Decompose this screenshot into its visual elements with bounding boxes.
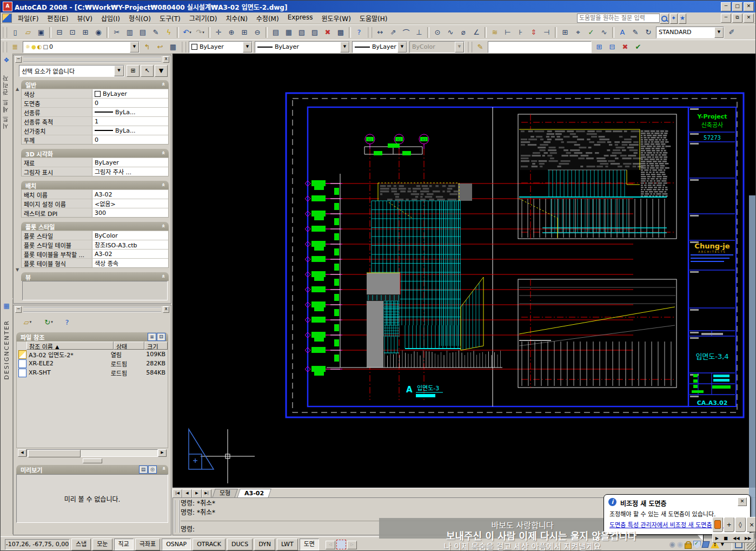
color-select[interactable]: ByLayer▼ (189, 41, 253, 53)
annotation-forward-icon[interactable]: ▷ (347, 541, 357, 549)
menu-item-9[interactable]: Express (283, 12, 317, 24)
palette-close-button[interactable]: x (163, 56, 169, 63)
dim-baseline-button[interactable]: ⊢ (501, 26, 514, 39)
pickadd-toggle-button[interactable]: ⊞ (127, 65, 140, 77)
notification-close-icon[interactable]: ✕ (738, 497, 747, 506)
zoom-previous-button[interactable]: ⊖ (251, 26, 264, 39)
chevron-down-icon[interactable]: ▼ (340, 42, 349, 53)
attach-button[interactable]: ▱▾ (18, 315, 37, 329)
chevron-down-icon[interactable]: ▼ (130, 42, 139, 53)
close-reference-button[interactable]: ✖ (619, 41, 632, 54)
new-button[interactable]: ▯ (9, 26, 22, 39)
property-value[interactable]: ByLa... (92, 126, 168, 135)
menu-item-6[interactable]: 그리기(D) (185, 12, 222, 24)
help-button[interactable]: ? (353, 26, 366, 39)
tab-model[interactable]: 모형 (212, 489, 238, 498)
designcenter-palette-titlebar[interactable]: ▦ DESIGNCENTER (1, 299, 13, 534)
property-row[interactable]: 선가중치ByLa... (22, 126, 168, 135)
property-value[interactable]: 색상 종속 (92, 259, 168, 267)
play-icon[interactable]: ▶ (715, 536, 719, 541)
polar-toggle[interactable]: 극좌표 (135, 539, 160, 550)
paste-button[interactable]: ▤ (136, 26, 149, 39)
xref-grab-bar[interactable] (23, 307, 161, 312)
minimize-button[interactable]: ─ (721, 2, 731, 11)
section-header-1[interactable]: 3D 시각화« (21, 149, 169, 158)
otrack-toggle[interactable]: OTRACK (193, 539, 226, 550)
dyn-toggle[interactable]: DYN (254, 539, 275, 550)
publish-button[interactable]: ⊞ (79, 26, 92, 39)
lwt-toggle[interactable]: LWT (277, 539, 298, 550)
lineweight-select[interactable]: ByLayer▼ (352, 41, 407, 53)
dim-radius-button[interactable]: ⊙ (431, 26, 444, 39)
property-value[interactable]: 창조ISO-A3.ctb (92, 240, 168, 249)
chevron-down-icon[interactable]: ▼ (114, 65, 124, 76)
scroll-right-icon[interactable]: ▶ (158, 449, 167, 457)
dim-jogged-button[interactable]: ∿ (444, 26, 457, 39)
coordinates-display[interactable]: -107,26, -67,75, 0,00 (5, 539, 70, 550)
favorites-button[interactable]: ★ (679, 14, 686, 24)
paper-model-toggle[interactable]: 도면 (300, 539, 319, 550)
properties-button[interactable]: ▤ (269, 26, 282, 39)
select-objects-button[interactable]: ↖ (141, 65, 154, 77)
dim-diameter-button[interactable]: ⌀ (457, 26, 470, 39)
osnap-toggle[interactable]: OSNAP (162, 539, 191, 550)
dim-angular-button[interactable]: ∠ (470, 26, 483, 39)
dim-ordinate-button[interactable]: ⊥ (413, 26, 426, 39)
help-search-input[interactable] (577, 14, 660, 23)
xref-row[interactable]: A3-02 입면도-2*열림109KB (17, 350, 168, 359)
match-properties-button[interactable]: ✎ (149, 26, 162, 39)
remove-from-workingset-button[interactable]: ⊟ (606, 41, 619, 54)
chevron-down-icon[interactable]: ▼ (397, 42, 407, 53)
menu-item-11[interactable]: 도움말(H) (355, 12, 392, 24)
menu-item-7[interactable]: 치수(N) (221, 12, 251, 24)
property-value[interactable]: 300 (92, 208, 168, 217)
command-grip[interactable] (174, 500, 180, 533)
menu-item-5[interactable]: 도구(T) (155, 12, 185, 24)
property-row[interactable]: 선종류ByLa... (22, 107, 168, 116)
tab-first-icon[interactable]: |◀ (173, 489, 182, 498)
pan-button[interactable]: ✛ (212, 26, 225, 39)
property-value[interactable]: ByColor (92, 231, 168, 240)
menu-item-4[interactable]: 형식(O) (124, 12, 155, 24)
chevron-down-icon[interactable]: ▼ (455, 42, 464, 53)
property-value[interactable]: 그림자 주사 ... (92, 167, 168, 176)
close-button[interactable]: ✕ (744, 2, 754, 11)
chevron-down-icon[interactable]: ▾ (189, 30, 191, 35)
refresh-button[interactable]: ↻▾ (39, 315, 58, 329)
edit-reference-button[interactable]: ✎ (474, 41, 487, 54)
dim-arc-button[interactable]: ⌒ (400, 26, 413, 39)
dim-inspect-button[interactable]: ✓ (585, 26, 598, 39)
stop-icon[interactable]: ■ (724, 536, 728, 541)
xref-row[interactable]: XR-SHT로드됨584KB (17, 368, 168, 377)
property-row[interactable]: 플롯 테이블 형식색상 종속 (22, 258, 168, 267)
drawing-canvas[interactable]: X1X2X3 Y-Project 신축공사 57273 Chung-je ARC… (173, 54, 756, 488)
tab-next-icon[interactable]: ▶ (192, 489, 202, 498)
xref-column-header[interactable]: 참조 이름 ▲ (26, 342, 114, 350)
rewind-icon[interactable]: ◀◀ (733, 536, 739, 541)
viewport-icon[interactable] (336, 540, 346, 549)
player-shield-button[interactable]: ◊ (735, 517, 746, 532)
preview-image-icon[interactable]: ◎ (148, 465, 157, 474)
scroll-down-icon[interactable]: ▼ (16, 267, 19, 272)
xref-collapse-button[interactable]: − (15, 306, 22, 313)
palette-grab-bar[interactable] (23, 57, 161, 62)
snap-toggle[interactable]: 스냅 (71, 539, 91, 550)
property-row[interactable]: 플롯 테이블을 부착할 ...A3-02 (22, 249, 168, 258)
designcenter-button[interactable]: ▦ (282, 26, 295, 39)
property-value[interactable]: <없음> (92, 199, 168, 208)
maximize-button[interactable]: □ (732, 2, 742, 11)
grid-toggle[interactable]: 모눈 (92, 539, 112, 550)
chevron-down-icon[interactable]: ▾ (202, 30, 204, 35)
property-row[interactable]: 그림자 표시그림자 주사 ... (22, 167, 168, 176)
section-header-3[interactable]: 플롯 스타일« (21, 222, 169, 231)
sheetset-palette-titlebar[interactable]: ❖ 시트 세트 관리자 (1, 54, 13, 298)
collapse-chevron-icon[interactable]: « (160, 183, 167, 187)
property-value[interactable]: ByLa... (92, 108, 168, 116)
dim-linear-button[interactable]: ↔ (374, 26, 387, 39)
property-value[interactable]: A3-02 (92, 250, 168, 258)
xref-column-header[interactable]: 크기 (144, 342, 168, 350)
forward-icon[interactable]: ▶▶ (745, 536, 751, 541)
sheetset-manager-button[interactable]: ▨ (308, 26, 321, 39)
section-header-4[interactable]: 뷰« (21, 272, 169, 281)
collapse-chevron-icon[interactable]: « (161, 467, 168, 470)
